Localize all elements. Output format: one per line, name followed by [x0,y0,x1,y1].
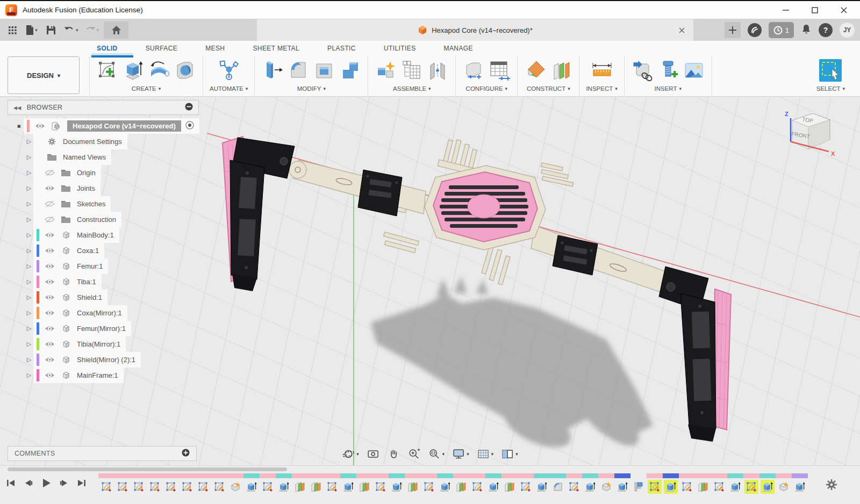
expand-arrow-icon[interactable]: ▷ [25,247,33,254]
undo-icon[interactable]: ▾ [62,21,80,39]
timeline-scrollbar[interactable] [8,467,287,471]
app-grid-menu-icon[interactable] [4,21,20,39]
extrude-feature-icon[interactable] [245,480,259,494]
timeline-feature-sketch[interactable] [195,473,211,494]
timeline-feature-sketch[interactable] [114,473,131,494]
browser-item-shield-mirror-2-1[interactable]: ▷Shield(Mirror) (2):1 [0,352,204,368]
browser-item-femur-1[interactable]: ▷Femur:1 [0,258,204,274]
ribbon-tab-sheet-metal[interactable]: SHEET METAL [253,45,299,52]
construct-plane-icon[interactable] [524,59,547,82]
timeline-step-forward-icon[interactable] [59,478,69,490]
plane-feature-icon[interactable] [309,480,323,494]
timeline-go-to-start-icon[interactable] [5,478,16,490]
timeline-feature-plane[interactable] [292,473,308,494]
sketch-feature-icon[interactable] [374,480,388,494]
visibility-eye-icon[interactable] [42,372,56,379]
browser-header[interactable]: ◂◂ BROWSER [8,100,199,115]
document-tab-close-icon[interactable] [676,25,687,35]
new-component-icon[interactable] [375,59,397,82]
expand-arrow-icon[interactable]: ▷ [25,216,33,223]
browser-item-tibia-mirror-1[interactable]: ▷Tibia(Mirror):1 [0,336,204,352]
sketch-feature-icon[interactable] [648,480,662,494]
construct-menu[interactable]: CONSTRUCT▾ [527,85,570,92]
timeline-feature-plane[interactable] [501,473,518,494]
insert-derive-icon[interactable] [631,59,654,82]
timeline-feature-sketch[interactable] [711,473,727,494]
component-feature-icon[interactable] [599,480,613,494]
design-workspace-menu[interactable]: DESIGN▾ [8,56,80,94]
plane-feature-icon[interactable] [696,480,710,494]
expand-arrow-icon[interactable]: ▷ [25,138,33,145]
extrude-feature-icon[interactable] [486,480,500,494]
sketch-feature-icon[interactable] [116,480,130,494]
sketch-feature-icon[interactable] [212,480,226,494]
fillet-icon[interactable] [287,59,310,82]
timeline-step-back-icon[interactable] [23,478,34,490]
timeline-play-icon[interactable] [41,478,52,491]
offset-plane-icon[interactable] [550,59,572,82]
timeline-feature-sketch[interactable] [518,473,534,494]
joint-table-icon[interactable] [400,59,423,82]
timeline-feature-extrude[interactable] [534,473,550,494]
flag-feature-icon[interactable] [632,480,646,494]
browser-item-mainframe-1[interactable]: ▷MainFrame:1 [0,368,204,383]
timeline-feature-plane[interactable] [405,473,421,494]
extrude-feature-icon[interactable] [583,480,597,494]
viewport-3d-canvas[interactable]: Z X TOP FRONT ◂◂ BROWSER ◆Hexapod Core (… [0,97,860,465]
timeline-feature-sketch[interactable] [211,473,227,494]
timeline-feature-extrude[interactable] [340,473,356,494]
user-avatar[interactable]: JY [840,23,855,38]
timeline-feature-component[interactable] [776,473,792,494]
expand-arrow-icon[interactable]: ▷ [25,154,33,161]
visibility-eye-icon[interactable] [42,216,56,223]
browser-item-construction[interactable]: ▷Construction [0,212,204,227]
timeline-feature-extrude[interactable] [663,473,679,494]
home-view-icon[interactable] [104,21,128,39]
sketch-feature-icon[interactable] [712,480,726,494]
configuration-table-icon[interactable] [488,59,511,82]
sketch-feature-icon[interactable] [325,480,339,494]
extrude-feature-icon[interactable] [277,480,291,494]
extrude-feature-icon[interactable] [390,480,404,494]
timeline-feature-sketch[interactable] [372,473,389,494]
sketch-feature-icon[interactable] [196,480,210,494]
timeline-feature-flag[interactable] [630,473,647,494]
plane-feature-icon[interactable] [454,480,468,494]
browser-item-shield-1[interactable]: ▷Shield:1 [0,290,204,305]
visibility-eye-icon[interactable] [42,356,56,363]
timeline-feature-plane[interactable] [356,473,372,494]
expand-arrow-icon[interactable]: ▷ [25,309,33,316]
browser-item-document-settings[interactable]: ▷Document Settings [0,134,204,149]
extrude-feature-icon[interactable] [664,480,678,494]
automate-icon[interactable] [218,59,240,82]
sketch-feature-icon[interactable] [148,480,162,494]
expand-arrow-icon[interactable]: ▷ [25,341,33,348]
timeline-feature-component[interactable] [227,473,243,494]
plane-feature-icon[interactable] [503,480,517,494]
timeline-feature-sketch[interactable] [147,473,163,494]
expand-arrow-icon[interactable]: ▷ [25,294,33,301]
expand-arrow-icon[interactable]: ▷ [25,372,33,379]
expand-arrow-icon[interactable]: ▷ [25,356,33,363]
extrude-feature-icon[interactable] [438,480,452,494]
ribbon-tab-solid[interactable]: SOLID [97,45,118,52]
plane-feature-icon[interactable] [406,480,420,494]
component-feature-icon[interactable] [228,480,242,494]
timeline-feature-plane[interactable] [453,473,469,494]
expand-arrow-icon[interactable]: ◆ [14,121,24,131]
fit-icon[interactable]: ▾ [428,448,445,460]
add-comment-icon[interactable] [182,449,190,458]
fillet-feature-icon[interactable] [551,480,565,494]
timeline-feature-sketch[interactable] [743,473,759,494]
insert-canvas-icon[interactable] [683,59,705,82]
visibility-eye-icon[interactable] [42,341,56,348]
expand-arrow-icon[interactable]: ▷ [25,185,33,192]
extrude-feature-icon[interactable] [615,480,629,494]
timeline-feature-extrude[interactable] [614,473,630,494]
timeline-feature-sketch[interactable] [647,473,663,494]
timeline-feature-extrude[interactable] [389,473,405,494]
timeline-feature-sketch[interactable] [679,473,695,494]
timeline-feature-plane[interactable] [308,473,324,494]
redo-icon[interactable]: ▾ [83,21,101,39]
extensions-icon[interactable] [748,23,762,37]
